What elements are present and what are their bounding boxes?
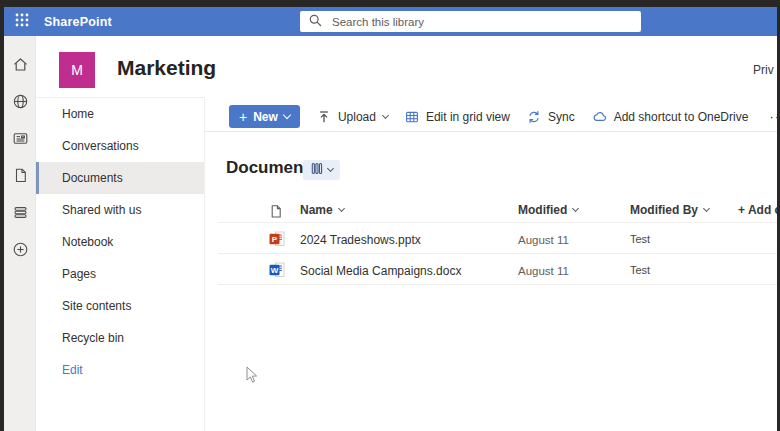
suite-bar: SharePoint bbox=[4, 7, 777, 36]
table-row-divider bbox=[218, 253, 777, 254]
mouse-cursor bbox=[246, 366, 258, 388]
chevron-down-icon bbox=[326, 165, 333, 172]
search-box[interactable] bbox=[300, 11, 641, 32]
news-icon[interactable] bbox=[12, 130, 29, 147]
file-row-name[interactable]: Social Media Campaigns.docx bbox=[300, 264, 461, 278]
new-button-label: New bbox=[253, 110, 278, 124]
onedrive-icon bbox=[592, 110, 607, 123]
search-input[interactable] bbox=[330, 15, 632, 29]
chevron-down-icon bbox=[382, 111, 389, 118]
sidebar-divider bbox=[204, 97, 205, 431]
view-selector-button[interactable] bbox=[303, 160, 340, 180]
upload-icon bbox=[317, 110, 331, 124]
column-header-modified-by-label: Modified By bbox=[630, 203, 698, 217]
column-header-modified-label: Modified bbox=[518, 203, 567, 217]
column-bars-icon bbox=[311, 162, 323, 178]
site-logo[interactable]: M bbox=[59, 52, 95, 88]
add-icon[interactable] bbox=[12, 241, 29, 258]
library-icon[interactable] bbox=[12, 204, 29, 221]
search-icon bbox=[309, 13, 322, 31]
file-row-modified-by: Test bbox=[630, 264, 650, 276]
file-row-modified-by: Test bbox=[630, 233, 650, 245]
site-title: Marketing bbox=[117, 56, 216, 80]
add-shortcut-to-onedrive-label: Add shortcut to OneDrive bbox=[614, 110, 749, 124]
plus-icon: + bbox=[239, 110, 247, 124]
sidebar-item-documents[interactable]: Documents bbox=[36, 162, 204, 194]
word-file-icon: W bbox=[269, 262, 285, 278]
svg-text:W: W bbox=[271, 266, 279, 275]
sidebar-item-pages[interactable]: Pages bbox=[36, 258, 204, 290]
sidebar-item-conversations[interactable]: Conversations bbox=[36, 130, 204, 162]
home-icon[interactable] bbox=[12, 56, 29, 73]
globe-icon[interactable] bbox=[12, 93, 29, 110]
command-bar: + New Upload Edit in grid view bbox=[229, 105, 780, 128]
chevron-down-icon bbox=[283, 111, 291, 119]
add-column-button[interactable]: + Add co bbox=[738, 203, 780, 217]
sidebar-item-recycle-bin[interactable]: Recycle bin bbox=[36, 322, 204, 354]
command-bar-divider bbox=[204, 131, 777, 132]
document-icon[interactable] bbox=[12, 167, 29, 184]
chevron-down-icon bbox=[338, 205, 345, 212]
sync-button[interactable]: Sync bbox=[527, 110, 575, 124]
sidebar-item-notebook[interactable]: Notebook bbox=[36, 226, 204, 258]
sharepoint-library-page: SharePoint bbox=[0, 0, 780, 431]
site-privacy-label: Priv bbox=[753, 63, 774, 77]
edit-in-grid-view-label: Edit in grid view bbox=[426, 110, 510, 124]
file-row-modified: August 11 bbox=[518, 265, 569, 277]
file-row-modified: August 11 bbox=[518, 234, 569, 246]
column-header-modified[interactable]: Modified bbox=[518, 203, 578, 217]
sync-label: Sync bbox=[548, 110, 575, 124]
add-shortcut-to-onedrive-button[interactable]: Add shortcut to OneDrive bbox=[592, 110, 749, 124]
add-column-label: + Add co bbox=[738, 203, 780, 217]
app-launcher-button[interactable] bbox=[13, 13, 31, 31]
sidebar-item-home[interactable]: Home bbox=[36, 98, 204, 130]
sidebar-edit-link[interactable]: Edit bbox=[36, 354, 204, 386]
column-header-name-label: Name bbox=[300, 203, 333, 217]
file-type-column-icon[interactable] bbox=[269, 204, 283, 223]
table-row-divider bbox=[218, 284, 777, 285]
chevron-down-icon bbox=[703, 205, 710, 212]
window-frame-top bbox=[0, 0, 780, 7]
app-brand-label: SharePoint bbox=[44, 15, 112, 29]
file-row-name[interactable]: 2024 Tradeshows.pptx bbox=[300, 233, 421, 247]
table-header-divider bbox=[218, 222, 777, 223]
window-frame-left bbox=[0, 0, 4, 431]
site-nav: Home Conversations Documents Shared with… bbox=[36, 97, 204, 386]
powerpoint-file-icon: P bbox=[269, 231, 285, 247]
sidebar-item-shared-with-us[interactable]: Shared with us bbox=[36, 194, 204, 226]
site-logo-letter: M bbox=[71, 62, 83, 78]
edit-in-grid-view-button[interactable]: Edit in grid view bbox=[405, 110, 510, 124]
new-button[interactable]: + New bbox=[229, 105, 300, 128]
chevron-down-icon bbox=[572, 205, 579, 212]
sync-icon bbox=[527, 110, 541, 124]
column-header-name[interactable]: Name bbox=[300, 203, 344, 217]
upload-label: Upload bbox=[338, 110, 376, 124]
sidebar-item-site-contents[interactable]: Site contents bbox=[36, 290, 204, 322]
svg-text:P: P bbox=[272, 235, 278, 244]
upload-button[interactable]: Upload bbox=[317, 110, 388, 124]
waffle-icon bbox=[15, 13, 29, 30]
grid-icon bbox=[405, 110, 419, 124]
column-header-modified-by[interactable]: Modified By bbox=[630, 203, 709, 217]
app-rail bbox=[4, 36, 36, 431]
